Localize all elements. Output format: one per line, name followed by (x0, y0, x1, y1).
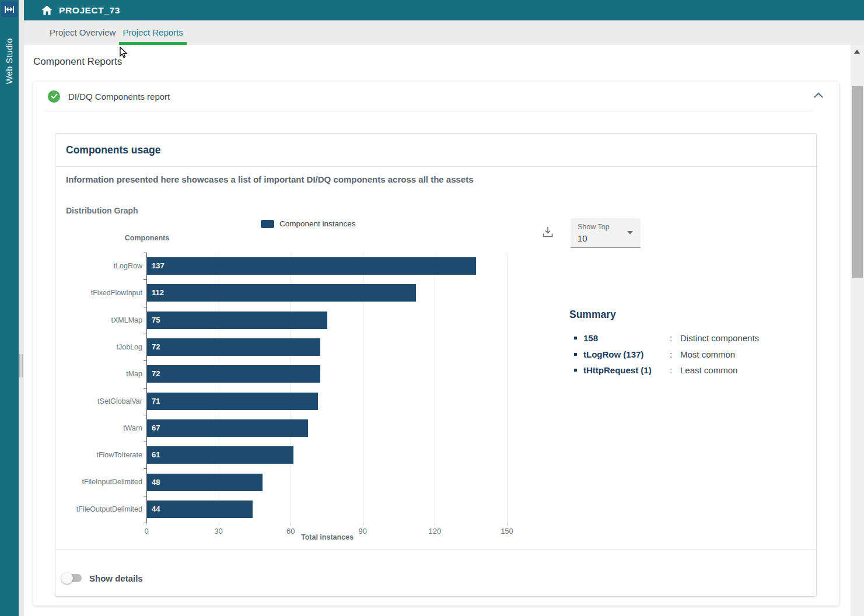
summary-section: Summary 158 : Distinct components tLogRo… (569, 309, 803, 379)
tab-project-overview[interactable]: Project Overview (46, 20, 119, 45)
bar-value-label: 75 (147, 312, 327, 329)
scrollbar-up-arrow[interactable] (854, 50, 860, 54)
report-panel: DI/DQ Components report Components usage… (33, 82, 839, 606)
success-check-icon (48, 90, 60, 103)
x-axis-tick (435, 523, 435, 526)
home-button[interactable] (40, 4, 54, 18)
bar-row: tFixedFlowInput112 (146, 279, 508, 306)
bar[interactable]: 71 (147, 393, 318, 410)
bar-value-label: 72 (147, 365, 320, 383)
report-title: DI/DQ Components report (68, 92, 170, 102)
bar[interactable]: 72 (147, 365, 320, 383)
bar-row: tFlowToIterate61 (146, 442, 508, 468)
bar-row: tSetGlobalVar71 (146, 388, 508, 415)
category-label: tLogRow (32, 253, 142, 279)
download-icon (543, 226, 553, 237)
horizontal-resize-icon (4, 5, 15, 13)
x-axis-tick (291, 523, 291, 526)
summary-label: Most common (679, 349, 803, 359)
category-label: tSetGlobalVar (32, 388, 142, 415)
bar-value-label: 137 (147, 257, 476, 275)
legend-label: Component instances (279, 219, 356, 228)
bar-value-label: 71 (147, 393, 318, 410)
summary-separator: : (670, 349, 679, 359)
x-axis-tick-label: 90 (351, 527, 375, 536)
toggle-knob (61, 572, 73, 584)
project-header-bar: PROJECT_73 (24, 0, 864, 20)
card-description: Information presented here showcases a l… (66, 174, 474, 184)
panel-splitter (19, 0, 24, 616)
show-details-toggle[interactable] (61, 572, 82, 584)
show-top-value: 10 (578, 233, 634, 243)
bar-row: tFileOutputDelimited44 (146, 496, 508, 523)
bar-chart-plot: Total instances 0306090120150tLogRow137t… (146, 253, 508, 523)
chart-legend-item[interactable]: Component instances (261, 219, 356, 228)
report-accordion-header[interactable]: DI/DQ Components report (33, 82, 839, 111)
y-axis-title: Components (112, 234, 182, 242)
bar[interactable]: 67 (147, 419, 308, 437)
x-axis-tick-label: 30 (207, 527, 230, 536)
summary-value: 158 (583, 333, 670, 343)
components-usage-card: Components usage Information presented h… (55, 133, 817, 597)
bar[interactable]: 75 (147, 312, 327, 329)
card-header: Components usage (55, 134, 816, 167)
bar-value-label: 48 (147, 474, 263, 491)
bar[interactable]: 48 (147, 474, 263, 491)
category-label: tXMLMap (32, 307, 142, 334)
x-axis-tick-label: 150 (495, 527, 519, 536)
project-title: PROJECT_73 (59, 5, 120, 16)
bullet-icon (574, 353, 577, 356)
summary-value: tHttpRequest (1) (583, 365, 670, 375)
summary-label: Least common (679, 365, 803, 375)
divider (45, 111, 813, 111)
show-top-select[interactable]: Show Top 10 (571, 218, 641, 248)
bar-row: tXMLMap75 (146, 307, 508, 334)
bar-row: tMap72 (146, 360, 508, 387)
x-axis-tick-label: 0 (135, 527, 158, 536)
bar-value-label: 72 (147, 338, 320, 356)
summary-value: tLogRow (137) (583, 349, 670, 359)
home-icon (41, 5, 53, 15)
divider (55, 549, 816, 550)
bar-row: tWarn67 (146, 415, 508, 442)
bar[interactable]: 61 (147, 446, 293, 464)
summary-list: 158 : Distinct components tLogRow (137) … (569, 330, 803, 379)
tab-project-reports[interactable]: Project Reports (119, 20, 186, 45)
app-window: Web Studio PROJECT_73 Project Overview P… (0, 0, 864, 616)
bullet-icon (574, 337, 577, 340)
vertical-scrollbar (851, 45, 864, 616)
app-name-vertical: Web Studio (0, 29, 19, 93)
card-footer: Show details (61, 572, 143, 584)
tab-bar: Project Overview Project Reports (24, 20, 864, 45)
splitter-drag-handle[interactable] (19, 354, 23, 377)
bar-value-label: 112 (147, 284, 416, 302)
bar[interactable]: 72 (147, 338, 320, 356)
bar[interactable]: 137 (147, 257, 476, 275)
bar-value-label: 67 (147, 419, 308, 437)
collapse-report-button[interactable] (813, 91, 824, 99)
scrollbar-thumb[interactable] (852, 86, 863, 278)
panel-collapse-button[interactable] (1, 1, 18, 18)
legend-swatch (261, 220, 274, 228)
bar[interactable]: 44 (147, 501, 253, 518)
caret-down-icon (627, 231, 633, 235)
category-label: tFlowToIterate (32, 442, 142, 468)
category-label: tFileOutputDelimited (32, 496, 142, 523)
summary-label: Distinct components (679, 333, 803, 343)
x-axis-tick-label: 120 (423, 527, 446, 536)
show-details-label: Show details (89, 573, 143, 583)
show-top-label: Show Top (578, 223, 634, 231)
bullet-icon (574, 369, 577, 372)
card-title: Components usage (66, 144, 160, 156)
bar[interactable]: 112 (147, 284, 416, 302)
summary-separator: : (670, 365, 679, 375)
category-label: tFixedFlowInput (32, 279, 142, 306)
x-axis-tick (219, 523, 219, 526)
chevron-up-icon (814, 92, 823, 98)
page-title: Component Reports (33, 56, 122, 68)
distribution-graph-label: Distribution Graph (66, 206, 138, 215)
y-axis-tick (144, 523, 146, 523)
summary-separator: : (670, 333, 679, 343)
download-chart-button[interactable] (541, 225, 555, 239)
bar-row: tJobLog72 (146, 334, 508, 360)
